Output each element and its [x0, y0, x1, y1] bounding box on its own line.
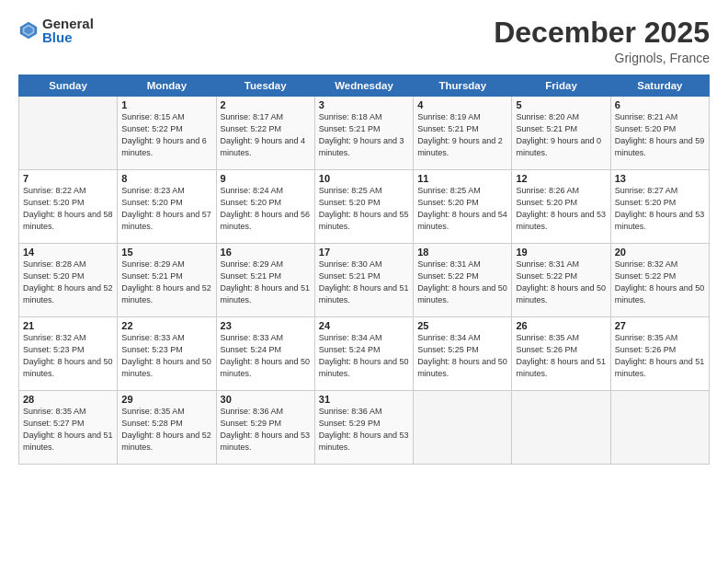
day-number: 5: [516, 99, 606, 110]
day-number: 11: [417, 173, 507, 184]
col-friday: Friday: [512, 75, 610, 97]
day-number: 4: [417, 99, 507, 110]
day-cell: [19, 97, 118, 170]
day-info: Sunrise: 8:31 AM Sunset: 5:22 PM Dayligh…: [417, 259, 507, 306]
day-info: Sunrise: 8:23 AM Sunset: 5:20 PM Dayligh…: [121, 185, 211, 233]
day-info: Sunrise: 8:22 AM Sunset: 5:20 PM Dayligh…: [23, 185, 113, 233]
logo: General Blue: [18, 17, 94, 44]
day-cell: 2Sunrise: 8:17 AM Sunset: 5:22 PM Daylig…: [216, 97, 314, 170]
day-cell: 31Sunrise: 8:36 AM Sunset: 5:29 PM Dayli…: [314, 391, 413, 465]
day-cell: 7Sunrise: 8:22 AM Sunset: 5:20 PM Daylig…: [19, 170, 118, 244]
day-info: Sunrise: 8:21 AM Sunset: 5:20 PM Dayligh…: [615, 111, 705, 159]
day-number: 22: [121, 320, 211, 331]
day-info: Sunrise: 8:29 AM Sunset: 5:21 PM Dayligh…: [121, 259, 211, 306]
day-cell: 27Sunrise: 8:35 AM Sunset: 5:26 PM Dayli…: [610, 317, 709, 391]
day-info: Sunrise: 8:35 AM Sunset: 5:26 PM Dayligh…: [615, 332, 705, 380]
day-info: Sunrise: 8:32 AM Sunset: 5:22 PM Dayligh…: [615, 259, 705, 306]
week-row-3: 21Sunrise: 8:32 AM Sunset: 5:23 PM Dayli…: [19, 317, 710, 391]
day-info: Sunrise: 8:15 AM Sunset: 5:22 PM Dayligh…: [121, 111, 211, 159]
day-number: 29: [121, 394, 211, 405]
col-wednesday: Wednesday: [314, 75, 413, 97]
day-info: Sunrise: 8:26 AM Sunset: 5:20 PM Dayligh…: [516, 185, 606, 233]
day-info: Sunrise: 8:24 AM Sunset: 5:20 PM Dayligh…: [221, 185, 311, 233]
calendar-header: Sunday Monday Tuesday Wednesday Thursday…: [19, 75, 710, 97]
week-row-0: 1Sunrise: 8:15 AM Sunset: 5:22 PM Daylig…: [19, 97, 710, 170]
day-cell: 13Sunrise: 8:27 AM Sunset: 5:20 PM Dayli…: [610, 170, 709, 244]
week-row-4: 28Sunrise: 8:35 AM Sunset: 5:27 PM Dayli…: [19, 391, 710, 465]
day-number: 24: [319, 320, 409, 331]
day-number: 7: [23, 173, 113, 184]
day-number: 26: [516, 320, 606, 331]
day-number: 12: [516, 173, 606, 184]
week-row-2: 14Sunrise: 8:28 AM Sunset: 5:20 PM Dayli…: [19, 244, 710, 317]
day-info: Sunrise: 8:25 AM Sunset: 5:20 PM Dayligh…: [319, 185, 409, 233]
day-cell: 4Sunrise: 8:19 AM Sunset: 5:21 PM Daylig…: [414, 97, 512, 170]
day-info: Sunrise: 8:34 AM Sunset: 5:24 PM Dayligh…: [319, 332, 409, 380]
header-row: Sunday Monday Tuesday Wednesday Thursday…: [19, 75, 710, 97]
day-info: Sunrise: 8:19 AM Sunset: 5:21 PM Dayligh…: [417, 111, 507, 159]
day-cell: 24Sunrise: 8:34 AM Sunset: 5:24 PM Dayli…: [314, 317, 413, 391]
day-number: 15: [121, 247, 211, 258]
day-cell: [414, 391, 512, 465]
day-number: 10: [319, 173, 409, 184]
day-cell: 5Sunrise: 8:20 AM Sunset: 5:21 PM Daylig…: [512, 97, 610, 170]
calendar-table: Sunday Monday Tuesday Wednesday Thursday…: [18, 75, 710, 465]
day-info: Sunrise: 8:20 AM Sunset: 5:21 PM Dayligh…: [516, 111, 606, 159]
day-number: 28: [23, 394, 113, 405]
day-info: Sunrise: 8:32 AM Sunset: 5:23 PM Dayligh…: [23, 332, 113, 380]
day-number: 23: [221, 320, 311, 331]
day-cell: 23Sunrise: 8:33 AM Sunset: 5:24 PM Dayli…: [216, 317, 314, 391]
day-number: 2: [221, 99, 311, 110]
day-info: Sunrise: 8:31 AM Sunset: 5:22 PM Dayligh…: [516, 259, 606, 306]
col-monday: Monday: [118, 75, 216, 97]
day-cell: 8Sunrise: 8:23 AM Sunset: 5:20 PM Daylig…: [118, 170, 216, 244]
logo-blue-text: Blue: [42, 30, 94, 44]
day-number: 20: [615, 247, 705, 258]
day-info: Sunrise: 8:25 AM Sunset: 5:20 PM Dayligh…: [417, 185, 507, 233]
day-number: 14: [23, 247, 113, 258]
day-cell: 1Sunrise: 8:15 AM Sunset: 5:22 PM Daylig…: [118, 97, 216, 170]
calendar-body: 1Sunrise: 8:15 AM Sunset: 5:22 PM Daylig…: [19, 97, 710, 465]
day-info: Sunrise: 8:34 AM Sunset: 5:25 PM Dayligh…: [417, 332, 507, 380]
logo-general-text: General: [42, 17, 94, 30]
col-tuesday: Tuesday: [216, 75, 314, 97]
day-cell: 18Sunrise: 8:31 AM Sunset: 5:22 PM Dayli…: [414, 244, 512, 317]
title-block: December 2025 Grignols, France: [494, 17, 710, 65]
week-row-1: 7Sunrise: 8:22 AM Sunset: 5:20 PM Daylig…: [19, 170, 710, 244]
day-info: Sunrise: 8:36 AM Sunset: 5:29 PM Dayligh…: [221, 406, 311, 454]
day-info: Sunrise: 8:17 AM Sunset: 5:22 PM Dayligh…: [221, 111, 311, 159]
day-number: 13: [615, 173, 705, 184]
day-info: Sunrise: 8:27 AM Sunset: 5:20 PM Dayligh…: [615, 185, 705, 233]
logo-text: General Blue: [42, 17, 94, 44]
day-number: 16: [221, 247, 311, 258]
day-info: Sunrise: 8:36 AM Sunset: 5:29 PM Dayligh…: [319, 406, 409, 454]
day-cell: 29Sunrise: 8:35 AM Sunset: 5:28 PM Dayli…: [118, 391, 216, 465]
day-cell: 25Sunrise: 8:34 AM Sunset: 5:25 PM Dayli…: [414, 317, 512, 391]
day-number: 21: [23, 320, 113, 331]
day-cell: 17Sunrise: 8:30 AM Sunset: 5:21 PM Dayli…: [314, 244, 413, 317]
col-sunday: Sunday: [19, 75, 118, 97]
day-number: 30: [221, 394, 311, 405]
day-cell: [512, 391, 610, 465]
day-number: 3: [319, 99, 409, 110]
page: General Blue December 2025 Grignols, Fra…: [0, 0, 728, 563]
day-number: 27: [615, 320, 705, 331]
col-saturday: Saturday: [610, 75, 709, 97]
day-cell: 16Sunrise: 8:29 AM Sunset: 5:21 PM Dayli…: [216, 244, 314, 317]
day-number: 25: [417, 320, 507, 331]
day-cell: 12Sunrise: 8:26 AM Sunset: 5:20 PM Dayli…: [512, 170, 610, 244]
day-cell: 10Sunrise: 8:25 AM Sunset: 5:20 PM Dayli…: [314, 170, 413, 244]
day-cell: 20Sunrise: 8:32 AM Sunset: 5:22 PM Dayli…: [610, 244, 709, 317]
day-cell: 30Sunrise: 8:36 AM Sunset: 5:29 PM Dayli…: [216, 391, 314, 465]
day-number: 17: [319, 247, 409, 258]
day-cell: 26Sunrise: 8:35 AM Sunset: 5:26 PM Dayli…: [512, 317, 610, 391]
day-number: 8: [121, 173, 211, 184]
day-number: 9: [221, 173, 311, 184]
day-info: Sunrise: 8:18 AM Sunset: 5:21 PM Dayligh…: [319, 111, 409, 159]
day-cell: 15Sunrise: 8:29 AM Sunset: 5:21 PM Dayli…: [118, 244, 216, 317]
day-info: Sunrise: 8:28 AM Sunset: 5:20 PM Dayligh…: [23, 259, 113, 306]
day-cell: 21Sunrise: 8:32 AM Sunset: 5:23 PM Dayli…: [19, 317, 118, 391]
day-info: Sunrise: 8:35 AM Sunset: 5:28 PM Dayligh…: [121, 406, 211, 454]
day-cell: 11Sunrise: 8:25 AM Sunset: 5:20 PM Dayli…: [414, 170, 512, 244]
day-cell: [610, 391, 709, 465]
